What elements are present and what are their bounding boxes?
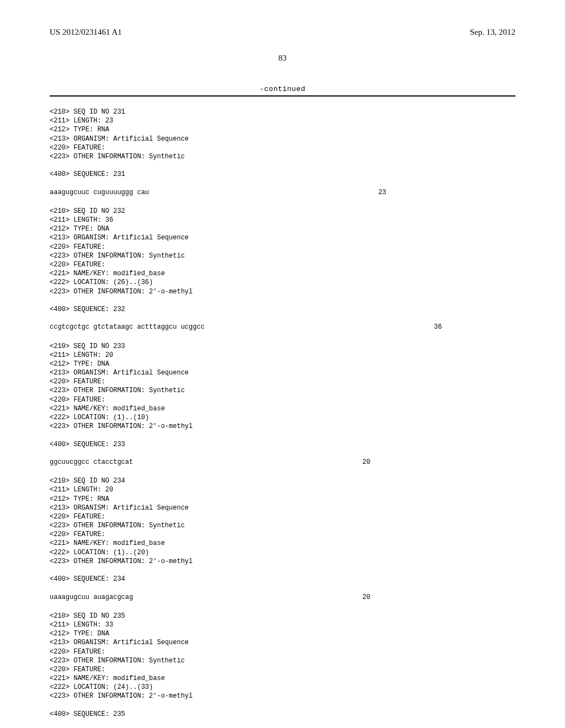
sequence-meta-line: <220> FEATURE: <box>50 647 515 656</box>
sequence-meta-line: <223> OTHER INFORMATION: 2'-o-methyl <box>50 557 515 566</box>
sequence-meta-line: <212> TYPE: RNA <box>50 495 515 504</box>
blank-line <box>50 179 515 188</box>
page-number: 83 <box>50 53 515 63</box>
blank-line <box>50 584 515 592</box>
sequence-data-row: aaagugcuuc cuguuuuggg cau23 <box>50 188 515 197</box>
sequence-meta-line: <220> FEATURE: <box>50 243 515 251</box>
blank-line <box>50 566 515 575</box>
sequence-meta-line: <221> NAME/KEY: modified_base <box>50 269 515 278</box>
sequence-length: 36 <box>205 323 442 331</box>
sequence-meta-line: <213> ORGANISM: Artificial Sequence <box>50 233 515 242</box>
sequence-entry: <210> SEQ ID NO 233<211> LENGTH: 20<212>… <box>50 342 515 467</box>
sequence-meta-line: <210> SEQ ID NO 232 <box>50 207 515 216</box>
sequence-meta-line: <212> TYPE: DNA <box>50 629 515 638</box>
sequence-meta-line: <222> LOCATION: (24)..(33) <box>50 683 515 692</box>
sequence-meta-line: <211> LENGTH: 23 <box>50 116 515 125</box>
sequence-entry: <210> SEQ ID NO 235<211> LENGTH: 33<212>… <box>50 612 515 728</box>
sequence-meta-line: <223> OTHER INFORMATION: Synthetic <box>50 152 515 161</box>
sequence-meta-line: <211> LENGTH: 20 <box>50 351 515 360</box>
sequence-meta-line: <223> OTHER INFORMATION: Synthetic <box>50 656 515 665</box>
sequence-entry: <210> SEQ ID NO 234<211> LENGTH: 20<212>… <box>50 477 515 602</box>
sequence-meta-line: <220> FEATURE: <box>50 395 515 404</box>
sequence-text: aaagugcuuc cuguuuuggg cau <box>50 188 149 197</box>
blank-line <box>50 161 515 170</box>
blank-line <box>50 701 515 710</box>
sequence-entry: <210> SEQ ID NO 232<211> LENGTH: 36<212>… <box>50 207 515 332</box>
publication-date: Sep. 13, 2012 <box>470 28 516 37</box>
sequence-data-row: ccgtcgctgc gtctataagc actttaggcu ucggcc3… <box>50 323 515 331</box>
sequence-meta-line: <222> LOCATION: (1)..(10) <box>50 413 515 422</box>
sequence-meta-line: <223> OTHER INFORMATION: 2'-o-methyl <box>50 692 515 700</box>
publication-number: US 2012/0231461 A1 <box>50 28 122 37</box>
sequence-meta-line: <210> SEQ ID NO 233 <box>50 342 515 351</box>
sequence-meta-line: <211> LENGTH: 20 <box>50 485 515 494</box>
continued-label: -continued <box>50 85 515 93</box>
sequence-meta-line: <223> OTHER INFORMATION: Synthetic <box>50 521 515 530</box>
sequence-meta-line: <220> FEATURE: <box>50 377 515 386</box>
blank-line <box>50 719 515 727</box>
sequence-meta-line: <223> OTHER INFORMATION: Synthetic <box>50 251 515 260</box>
blank-line <box>50 449 515 458</box>
blank-line <box>50 296 515 305</box>
sequence-meta-line: <210> SEQ ID NO 234 <box>50 477 515 485</box>
sequence-listing: <210> SEQ ID NO 231<211> LENGTH: 23<212>… <box>50 108 515 728</box>
sequence-meta-line: <212> TYPE: RNA <box>50 125 515 134</box>
sequence-label: <400> SEQUENCE: 232 <box>50 305 515 314</box>
blank-line <box>50 314 515 323</box>
sequence-meta-line: <220> FEATURE: <box>50 665 515 674</box>
sequence-meta-line: <222> LOCATION: (26)..(36) <box>50 278 515 287</box>
sequence-meta-line: <221> NAME/KEY: modified_base <box>50 404 515 413</box>
sequence-meta-line: <222> LOCATION: (1)..(20) <box>50 548 515 557</box>
blank-line <box>50 431 515 440</box>
sequence-length: 20 <box>133 458 370 467</box>
sequence-meta-line: <221> NAME/KEY: modified_base <box>50 539 515 548</box>
sequence-label: <400> SEQUENCE: 231 <box>50 170 515 179</box>
sequence-meta-line: <212> TYPE: DNA <box>50 224 515 233</box>
sequence-label: <400> SEQUENCE: 234 <box>50 575 515 584</box>
sequence-meta-line: <221> NAME/KEY: modified_base <box>50 674 515 683</box>
sequence-label: <400> SEQUENCE: 233 <box>50 440 515 449</box>
sequence-meta-line: <213> ORGANISM: Artificial Sequence <box>50 135 515 143</box>
sequence-meta-line: <211> LENGTH: 36 <box>50 216 515 224</box>
sequence-meta-line: <223> OTHER INFORMATION: Synthetic <box>50 386 515 395</box>
sequence-text: ggcuucggcc ctacctgcat <box>50 458 133 467</box>
sequence-meta-line: <211> LENGTH: 33 <box>50 620 515 629</box>
page-container: US 2012/0231461 A1 Sep. 13, 2012 83 -con… <box>0 0 565 728</box>
section-rule <box>50 95 515 97</box>
sequence-meta-line: <213> ORGANISM: Artificial Sequence <box>50 638 515 647</box>
sequence-meta-line: <213> ORGANISM: Artificial Sequence <box>50 368 515 377</box>
sequence-meta-line: <213> ORGANISM: Artificial Sequence <box>50 504 515 512</box>
sequence-text: uaaagugcuu auagacgcag <box>50 593 133 602</box>
sequence-meta-line: <223> OTHER INFORMATION: 2'-o-methyl <box>50 287 515 296</box>
sequence-label: <400> SEQUENCE: 235 <box>50 710 515 719</box>
sequence-meta-line: <220> FEATURE: <box>50 143 515 152</box>
sequence-meta-line: <223> OTHER INFORMATION: 2'-o-methyl <box>50 422 515 431</box>
sequence-length: 20 <box>133 593 370 602</box>
sequence-meta-line: <212> TYPE: DNA <box>50 360 515 368</box>
sequence-data-row: ggcuucggcc ctacctgcat20 <box>50 458 515 467</box>
sequence-data-row: uaaagugcuu auagacgcag20 <box>50 593 515 602</box>
sequence-meta-line: <220> FEATURE: <box>50 260 515 269</box>
sequence-meta-line: <210> SEQ ID NO 235 <box>50 612 515 620</box>
sequence-entry: <210> SEQ ID NO 231<211> LENGTH: 23<212>… <box>50 108 515 197</box>
sequence-length: 23 <box>149 188 386 197</box>
page-header: US 2012/0231461 A1 Sep. 13, 2012 <box>50 28 515 37</box>
sequence-meta-line: <210> SEQ ID NO 231 <box>50 108 515 116</box>
sequence-text: ccgtcgctgc gtctataagc actttaggcu ucggcc <box>50 323 205 331</box>
sequence-meta-line: <220> FEATURE: <box>50 530 515 539</box>
sequence-meta-line: <220> FEATURE: <box>50 512 515 521</box>
